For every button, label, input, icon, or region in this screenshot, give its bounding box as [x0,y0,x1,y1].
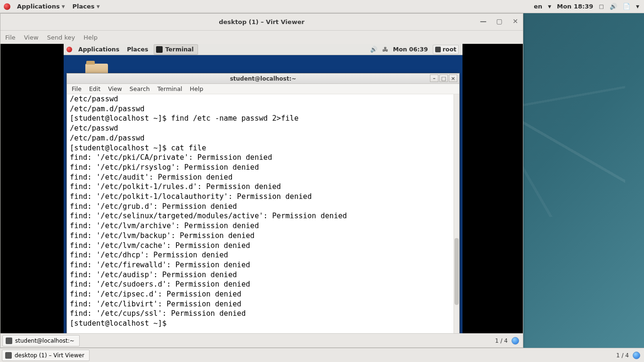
workspace-switcher-icon[interactable] [512,337,519,345]
menu-label: Applications [17,3,60,10]
menu-sendkey[interactable]: Send key [47,34,75,41]
language-indicator[interactable]: en [534,3,542,10]
volume-icon[interactable]: 🔊 [370,46,378,53]
virt-viewer-window: desktop (1) – Virt Viewer — ▢ ✕ File Vie… [0,13,523,348]
letterbox-left [0,44,64,333]
task-label: desktop (1) – Virt Viewer [15,352,84,359]
distro-icon [66,47,72,52]
chevron-down-icon: ▼ [62,4,65,9]
workspace-indicator[interactable]: 1 / 4 [495,337,508,344]
menu-help[interactable]: Help [190,85,204,92]
window-title: desktop (1) – Virt Viewer [219,18,305,25]
menu-help[interactable]: Help [83,34,98,41]
workspace-indicator[interactable]: 1 / 4 [616,352,629,359]
close-button[interactable]: ✕ [511,16,520,26]
terminal-menubar: File Edit View Search Terminal Help [67,84,459,94]
virt-viewer-menubar: File View Send key Help [0,31,523,44]
task-label: student@localhost:~ [15,337,74,344]
host-taskbar-virtviewer[interactable]: desktop (1) – Virt Viewer [2,350,90,361]
guest-bottombar: student@localhost:~ 1 / 4 [0,333,523,347]
workspace-switcher-icon[interactable] [633,352,640,359]
guest-user-menu[interactable]: root [433,45,459,54]
virt-viewer-titlebar[interactable]: desktop (1) – Virt Viewer — ▢ ✕ [0,14,523,31]
guest-taskbar-terminal[interactable]: Terminal [154,44,198,55]
battery-icon[interactable]: 📄 [623,3,630,10]
user-icon [435,47,441,52]
maximize-button[interactable]: □ [439,74,448,82]
menu-search[interactable]: Search [130,85,150,92]
user-label: root [443,46,456,53]
virt-viewer-icon [5,352,12,359]
terminal-output[interactable]: /etc/passwd /etc/pam.d/passwd [student@l… [67,94,454,334]
menu-terminal[interactable]: Terminal [157,85,182,92]
host-tray: en ▼ Mon 18:39 ◻ 🔊 📄 ▼ [534,3,644,10]
host-topbar: Applications▼ Places▼ en ▼ Mon 18:39 ◻ 🔊… [0,0,644,13]
guest-taskbar-terminal-bottom[interactable]: student@localhost:~ [2,335,80,346]
host-applications-menu[interactable]: Applications▼ [13,0,69,13]
window-title: student@localhost:~ [230,75,297,82]
guest-applications-menu[interactable]: Applications [74,46,123,53]
host-desktop: Applications▼ Places▼ en ▼ Mon 18:39 ◻ 🔊… [0,0,644,362]
terminal-text: /etc/passwd /etc/pam.d/passwd [student@l… [67,94,454,329]
terminal-window: student@localhost:~ – □ × File Edit View… [66,73,460,334]
menu-view[interactable]: View [24,34,39,41]
terminal-icon [6,337,12,344]
guest-clock[interactable]: Mon 06:39 [393,46,428,53]
letterbox-right [462,44,523,333]
host-places-menu[interactable]: Places▼ [69,0,104,13]
accessibility-icon[interactable]: ◻ [599,3,604,10]
menu-file[interactable]: File [72,85,82,92]
volume-icon[interactable]: 🔊 [610,3,617,10]
guest-topbar: Applications Places Terminal 🔊 🖧 Mon 06:… [64,44,462,55]
host-clock[interactable]: Mon 18:39 [557,3,593,10]
guest-desktop: Applications Places Terminal 🔊 🖧 Mon 06:… [64,44,462,334]
terminal-titlebar[interactable]: student@localhost:~ – □ × [67,74,459,84]
host-bottombar: desktop (1) – Virt Viewer 1 / 4 [0,348,644,362]
distro-icon [4,3,10,10]
task-label: Terminal [165,46,193,53]
maximize-button[interactable]: ▢ [495,16,504,26]
minimize-button[interactable]: – [430,74,438,82]
virt-viewer-display[interactable]: Applications Places Terminal 🔊 🖧 Mon 06:… [0,44,523,333]
menu-view[interactable]: View [108,85,122,92]
terminal-icon [156,46,163,53]
guest-places-menu[interactable]: Places [123,46,152,53]
network-icon[interactable]: 🖧 [382,46,388,53]
menu-label: Places [73,3,95,10]
menu-file[interactable]: File [5,34,16,41]
menu-edit[interactable]: Edit [89,85,100,92]
minimize-button[interactable]: — [479,16,488,26]
terminal-scrollbar[interactable] [454,94,459,334]
chevron-down-icon: ▼ [548,4,551,9]
close-button[interactable]: × [449,74,457,82]
chevron-down-icon: ▼ [636,4,639,9]
chevron-down-icon: ▼ [97,4,100,9]
